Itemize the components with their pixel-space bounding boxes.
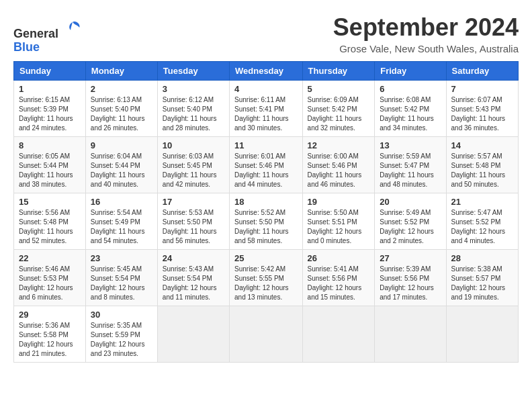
day-30: 30 Sunrise: 5:35 AMSunset: 5:59 PMDaylig… <box>85 306 157 363</box>
day-26: 26 Sunrise: 5:41 AMSunset: 5:56 PMDaylig… <box>302 250 375 306</box>
week-row-2: 8 Sunrise: 6:05 AMSunset: 5:44 PMDayligh… <box>14 137 519 193</box>
day-7: 7 Sunrise: 6:07 AMSunset: 5:43 PMDayligh… <box>446 81 518 137</box>
day-6: 6 Sunrise: 6:08 AMSunset: 5:42 PMDayligh… <box>375 81 446 137</box>
day-21: 21 Sunrise: 5:47 AMSunset: 5:52 PMDaylig… <box>446 193 518 250</box>
header-saturday: Saturday <box>446 62 518 81</box>
page-header: General Blue September 2024 Grose Vale, … <box>13 13 519 54</box>
header-friday: Friday <box>375 62 446 81</box>
day-17: 17 Sunrise: 5:53 AMSunset: 5:50 PMDaylig… <box>157 193 229 250</box>
day-15: 15 Sunrise: 5:56 AMSunset: 5:48 PMDaylig… <box>14 193 86 250</box>
header-wednesday: Wednesday <box>230 62 303 81</box>
week-row-3: 15 Sunrise: 5:56 AMSunset: 5:48 PMDaylig… <box>14 193 519 250</box>
day-2: 2 Sunrise: 6:13 AMSunset: 5:40 PMDayligh… <box>85 81 157 137</box>
empty-cell-3 <box>302 306 375 363</box>
day-16: 16 Sunrise: 5:54 AMSunset: 5:49 PMDaylig… <box>85 193 157 250</box>
week-row-5: 29 Sunrise: 5:36 AMSunset: 5:58 PMDaylig… <box>14 306 519 363</box>
day-14: 14 Sunrise: 5:57 AMSunset: 5:48 PMDaylig… <box>446 137 518 193</box>
month-title: September 2024 <box>333 13 519 42</box>
day-5: 5 Sunrise: 6:09 AMSunset: 5:42 PMDayligh… <box>302 81 375 137</box>
location: Grose Vale, New South Wales, Australia <box>333 43 519 54</box>
day-22: 22 Sunrise: 5:46 AMSunset: 5:53 PMDaylig… <box>14 250 86 306</box>
empty-cell-2 <box>230 306 303 363</box>
day-18: 18 Sunrise: 5:52 AMSunset: 5:50 PMDaylig… <box>230 193 303 250</box>
calendar-table: Sunday Monday Tuesday Wednesday Thursday… <box>13 61 519 363</box>
day-9: 9 Sunrise: 6:04 AMSunset: 5:44 PMDayligh… <box>85 137 157 193</box>
header-tuesday: Tuesday <box>157 62 229 81</box>
logo-text: General Blue <box>13 19 82 54</box>
week-row-4: 22 Sunrise: 5:46 AMSunset: 5:53 PMDaylig… <box>14 250 519 306</box>
week-row-1: 1 Sunrise: 6:15 AMSunset: 5:39 PMDayligh… <box>14 81 519 137</box>
day-4: 4 Sunrise: 6:11 AMSunset: 5:41 PMDayligh… <box>230 81 303 137</box>
day-1: 1 Sunrise: 6:15 AMSunset: 5:39 PMDayligh… <box>14 81 86 137</box>
header-sunday: Sunday <box>14 62 86 81</box>
day-28: 28 Sunrise: 5:38 AMSunset: 5:57 PMDaylig… <box>446 250 518 306</box>
day-8: 8 Sunrise: 6:05 AMSunset: 5:44 PMDayligh… <box>14 137 86 193</box>
empty-cell-5 <box>446 306 518 363</box>
day-25: 25 Sunrise: 5:42 AMSunset: 5:55 PMDaylig… <box>230 250 303 306</box>
logo-general: General <box>13 27 58 40</box>
day-20: 20 Sunrise: 5:49 AMSunset: 5:52 PMDaylig… <box>375 193 446 250</box>
day-29: 29 Sunrise: 5:36 AMSunset: 5:58 PMDaylig… <box>14 306 86 363</box>
day-23: 23 Sunrise: 5:45 AMSunset: 5:54 PMDaylig… <box>85 250 157 306</box>
title-section: September 2024 Grose Vale, New South Wal… <box>333 13 519 54</box>
empty-cell-4 <box>375 306 446 363</box>
day-11: 11 Sunrise: 6:01 AMSunset: 5:46 PMDaylig… <box>230 137 303 193</box>
logo-blue: Blue <box>13 40 40 54</box>
weekday-header-row: Sunday Monday Tuesday Wednesday Thursday… <box>14 62 519 81</box>
empty-cell-1 <box>157 306 229 363</box>
day-13: 13 Sunrise: 5:59 AMSunset: 5:47 PMDaylig… <box>375 137 446 193</box>
header-monday: Monday <box>85 62 157 81</box>
day-12: 12 Sunrise: 6:00 AMSunset: 5:46 PMDaylig… <box>302 137 375 193</box>
logo: General Blue <box>13 19 82 54</box>
day-10: 10 Sunrise: 6:03 AMSunset: 5:45 PMDaylig… <box>157 137 229 193</box>
day-24: 24 Sunrise: 5:43 AMSunset: 5:54 PMDaylig… <box>157 250 229 306</box>
day-3: 3 Sunrise: 6:12 AMSunset: 5:40 PMDayligh… <box>157 81 229 137</box>
logo-bird-icon <box>63 19 82 38</box>
day-19: 19 Sunrise: 5:50 AMSunset: 5:51 PMDaylig… <box>302 193 375 250</box>
day-27: 27 Sunrise: 5:39 AMSunset: 5:56 PMDaylig… <box>375 250 446 306</box>
header-thursday: Thursday <box>302 62 375 81</box>
